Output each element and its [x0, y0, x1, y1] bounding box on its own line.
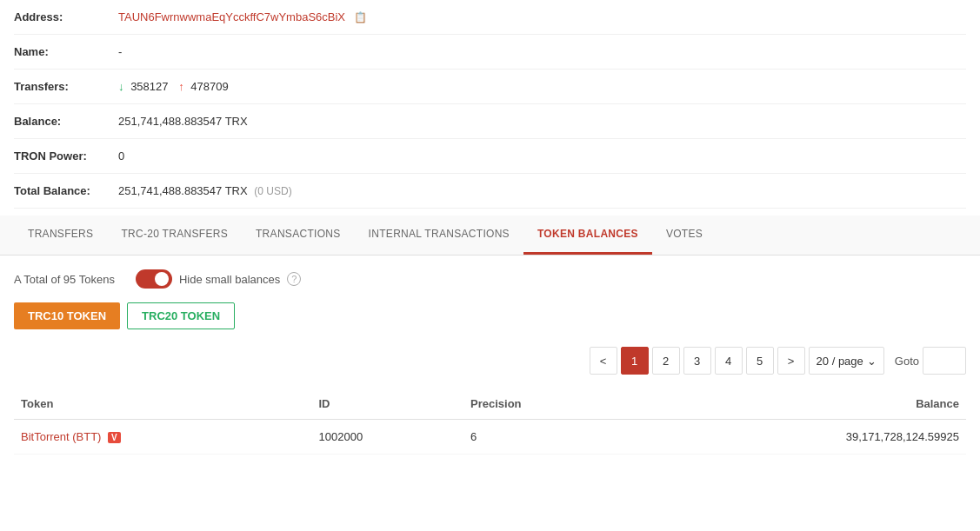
hide-small-label: Hide small balances: [179, 273, 280, 286]
name-label: Name:: [14, 45, 118, 58]
total-balance-label: Total Balance:: [14, 184, 118, 197]
goto-input[interactable]: [923, 347, 966, 375]
address-label: Address:: [14, 10, 118, 23]
page-2-button[interactable]: 2: [652, 347, 680, 375]
tabs-container: TRANSFERS TRC-20 TRANSFERS TRANSACTIONS …: [0, 216, 980, 256]
page-4-button[interactable]: 4: [715, 347, 743, 375]
col-precision: Precision: [463, 388, 633, 420]
tron-power-label: TRON Power:: [14, 149, 118, 163]
tab-token-balances[interactable]: TOKEN BALANCES: [523, 216, 652, 255]
next-page-button[interactable]: >: [777, 347, 805, 375]
transfer-up-value: 478709: [190, 80, 228, 93]
transfer-up-icon: ↑: [178, 80, 184, 93]
transfer-down-icon: ↓: [118, 80, 124, 93]
balance-label: Balance:: [14, 115, 118, 128]
table-row: BitTorrent (BTT) V 1002000 6 39,171,728,…: [14, 420, 966, 455]
per-page-chevron: ⌄: [867, 355, 877, 368]
verified-badge: V: [108, 432, 121, 443]
tron-power-value: 0: [118, 149, 124, 163]
tab-votes[interactable]: VOTES: [652, 216, 717, 255]
page-5-button[interactable]: 5: [746, 347, 774, 375]
col-id: ID: [312, 388, 464, 420]
trc20-token-button[interactable]: TRC20 TOKEN: [127, 302, 235, 329]
token-id: 1002000: [312, 420, 464, 455]
col-token: Token: [14, 388, 312, 420]
total-tokens-text: A Total of 95 Tokens: [14, 273, 115, 286]
toggle-container: Hide small balances ?: [136, 269, 301, 289]
content-area: A Total of 95 Tokens Hide small balances…: [0, 256, 980, 468]
token-table: Token ID Precision Balance BitTorrent (B…: [14, 388, 966, 455]
goto-label: Goto: [895, 355, 919, 368]
trc10-token-button[interactable]: TRC10 TOKEN: [14, 302, 120, 329]
help-icon[interactable]: ?: [287, 272, 301, 286]
transfers-label: Transfers:: [14, 80, 118, 93]
balance-value: 251,741,488.883547 TRX: [118, 115, 248, 128]
tab-transfers[interactable]: TRANSFERS: [14, 216, 107, 255]
page-3-button[interactable]: 3: [683, 347, 711, 375]
token-buttons: TRC10 TOKEN TRC20 TOKEN: [14, 302, 966, 329]
token-precision: 6: [463, 420, 633, 455]
total-balance-value: 251,741,488.883547 TRX: [118, 184, 248, 197]
page-1-button[interactable]: 1: [621, 347, 649, 375]
total-balance-usd: (0 USD): [254, 185, 291, 197]
pagination-row: < 1 2 3 4 5 > 20 / page ⌄ Goto: [14, 347, 966, 375]
copy-icon[interactable]: 📋: [354, 11, 367, 23]
hide-small-toggle[interactable]: [136, 269, 172, 289]
name-value: -: [118, 45, 122, 58]
prev-page-button[interactable]: <: [590, 347, 617, 375]
transfer-down-value: 358127: [130, 80, 168, 93]
tab-internal-transactions[interactable]: INTERNAL TRANSACTIONS: [355, 216, 523, 255]
col-balance: Balance: [633, 388, 966, 420]
per-page-label: 20 / page: [817, 355, 863, 368]
tab-transactions[interactable]: TRANSACTIONS: [242, 216, 355, 255]
per-page-select[interactable]: 20 / page ⌄: [809, 347, 884, 375]
token-link[interactable]: BitTorrent (BTT): [21, 430, 101, 443]
token-summary-row: A Total of 95 Tokens Hide small balances…: [14, 269, 966, 289]
token-balance: 39,171,728,124.59925: [633, 420, 966, 455]
tab-trc20-transfers[interactable]: TRC-20 TRANSFERS: [107, 216, 242, 255]
address-link[interactable]: TAUN6FwrnwwmaEqYcckffC7wYmbaS6cBiX: [118, 10, 345, 23]
